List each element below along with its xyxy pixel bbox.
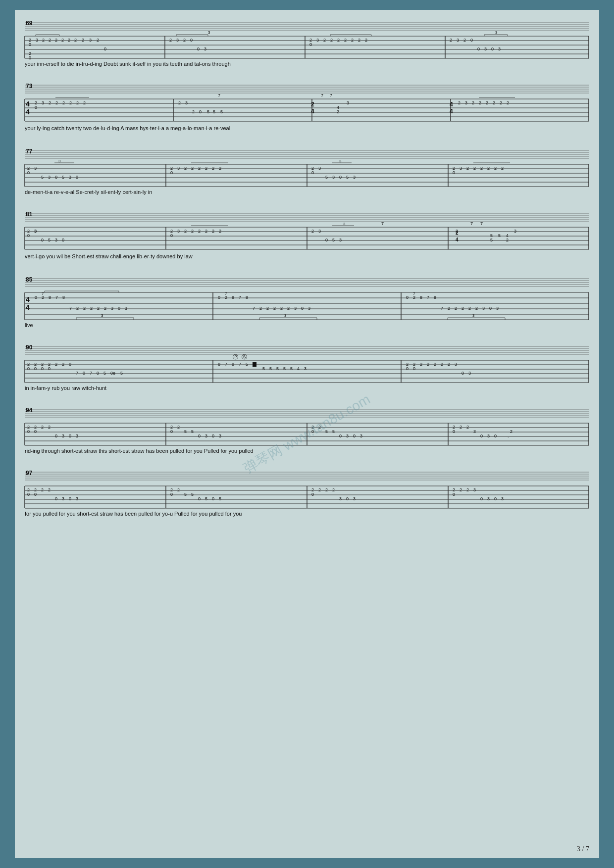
- svg-text:7: 7: [239, 362, 241, 367]
- svg-text:5: 5: [325, 429, 328, 434]
- svg-text:2: 2: [273, 306, 276, 311]
- svg-text:2: 2: [456, 230, 459, 236]
- svg-text:your ly-ing catch        twent: your ly-ing catch twenty two de-lu-d-ing…: [25, 125, 230, 131]
- svg-text:0: 0: [353, 434, 356, 438]
- svg-text:0: 0: [41, 366, 44, 371]
- svg-text:2: 2: [448, 306, 450, 311]
- measure-number-85: 85: [26, 276, 32, 283]
- svg-text:3: 3: [208, 30, 210, 35]
- svg-text:7: 7: [55, 295, 58, 300]
- svg-text:8: 8: [232, 295, 234, 300]
- svg-text:2: 2: [184, 229, 187, 234]
- svg-text:2: 2: [479, 100, 481, 105]
- svg-text:Ⓟ: Ⓟ: [233, 354, 238, 360]
- svg-text:2: 2: [510, 429, 512, 434]
- svg-text:0: 0: [41, 238, 44, 242]
- svg-text:2: 2: [466, 166, 469, 171]
- svg-text:2: 2: [198, 166, 201, 171]
- svg-text:5: 5: [213, 109, 215, 114]
- svg-text:0: 0: [480, 496, 483, 501]
- svg-text:2: 2: [480, 166, 483, 171]
- notation-svg-97: 2 2 0 0 2 2 0 3 0 3 2 0 2 5 5 0 5 0 5 2 …: [25, 470, 589, 517]
- notation-svg-77: 2 3 0 5 3 0 3 5 3 0 2 3 2 2 2 2 2 2 0: [25, 148, 589, 195]
- svg-text:2: 2: [212, 229, 214, 234]
- svg-text:3: 3: [318, 229, 321, 234]
- svg-text:2: 2: [493, 100, 495, 105]
- svg-text:2: 2: [287, 306, 290, 311]
- svg-text:5: 5: [332, 429, 335, 434]
- svg-text:8: 8: [232, 362, 234, 367]
- svg-text:for you   pulled  for   you   : for you pulled for you short-est straw h…: [25, 511, 242, 517]
- svg-text:3: 3: [219, 434, 221, 438]
- notation-svg-81: 2 3 0 0 5 3 0 3 2 3 2 2 2 2 2 2 0 2 3 0 …: [25, 211, 589, 260]
- svg-text:2: 2: [487, 166, 490, 171]
- svg-text:2: 2: [41, 487, 44, 492]
- svg-text:Ⓢ: Ⓢ: [242, 354, 247, 360]
- svg-text:3: 3: [308, 306, 310, 311]
- svg-text:2: 2: [500, 100, 502, 105]
- system-81: 81 2 3 0 0 5 3 0: [25, 211, 589, 260]
- notation-svg-73: 4 4 7 2 4 7 7 4 4 2 3 2 2 2 2 2 2 0: [25, 83, 589, 132]
- svg-text:2: 2: [68, 38, 70, 43]
- svg-text:2: 2: [219, 166, 221, 171]
- svg-text:2: 2: [62, 362, 64, 367]
- svg-text:5: 5: [191, 492, 194, 497]
- system-85: 85 4 4 0 2: [25, 276, 589, 328]
- svg-text:2: 2: [49, 38, 51, 43]
- svg-text:4: 4: [450, 108, 453, 115]
- svg-text:0: 0: [491, 47, 494, 51]
- measure-number-94: 94: [26, 407, 32, 414]
- svg-text:2: 2: [259, 306, 262, 311]
- svg-text:5: 5: [120, 371, 123, 376]
- svg-text:0: 0: [198, 434, 201, 438]
- svg-text:0: 0: [198, 496, 201, 501]
- measure-number-90: 90: [26, 344, 32, 351]
- svg-text:0: 0: [97, 371, 99, 376]
- svg-text:2: 2: [323, 38, 326, 43]
- svg-text:3: 3: [69, 175, 71, 180]
- svg-text:3: 3: [460, 166, 462, 171]
- svg-text:0: 0: [199, 109, 202, 114]
- svg-text:0: 0: [494, 496, 497, 501]
- svg-text:3: 3: [101, 313, 103, 318]
- svg-text:3: 3: [34, 166, 37, 171]
- svg-text:7: 7: [413, 291, 415, 296]
- svg-text:0: 0: [311, 492, 314, 497]
- svg-text:2: 2: [475, 306, 478, 311]
- svg-text:0: 0: [27, 429, 30, 434]
- svg-text:0: 0: [311, 429, 314, 434]
- svg-text:0: 0: [27, 170, 30, 175]
- svg-text:3: 3: [339, 238, 342, 242]
- svg-text:5: 5: [219, 496, 221, 501]
- svg-text:0: 0: [69, 362, 71, 367]
- svg-text:your inn-erself        to die : your inn-erself to die in-tru-d-ing Doub…: [25, 61, 231, 67]
- svg-text:2: 2: [76, 100, 79, 105]
- svg-text:5: 5: [41, 175, 44, 180]
- svg-text:2: 2: [450, 38, 452, 43]
- svg-text:8: 8: [246, 295, 248, 300]
- svg-text:2: 2: [460, 487, 462, 492]
- svg-text:0: 0: [35, 105, 37, 110]
- notation-svg-85: 4 4 0 2 7 8 7 8 7 2 2: [25, 276, 589, 328]
- svg-text:5: 5: [205, 496, 207, 501]
- svg-text:2: 2: [458, 100, 460, 105]
- system-97: 97 2 2 0 0 2 2 0 3: [25, 470, 589, 517]
- svg-text:7: 7: [225, 291, 227, 296]
- svg-text:2: 2: [55, 100, 58, 105]
- svg-text:2: 2: [55, 362, 57, 367]
- svg-text:0: 0: [69, 496, 71, 501]
- svg-text:0: 0: [311, 170, 314, 175]
- svg-text:5: 5: [62, 175, 64, 180]
- svg-text:0: 0: [494, 434, 497, 438]
- svg-text:0: 0: [170, 429, 173, 434]
- svg-text:3: 3: [360, 434, 362, 438]
- svg-text:2: 2: [330, 38, 333, 43]
- svg-text:0: 0: [170, 233, 173, 238]
- svg-text:3: 3: [76, 434, 78, 438]
- svg-text:3: 3: [332, 175, 335, 180]
- svg-text:3: 3: [473, 487, 476, 492]
- svg-text:2: 2: [198, 229, 201, 234]
- svg-text:2: 2: [69, 100, 72, 105]
- svg-text:8: 8: [434, 295, 436, 300]
- svg-text:2: 2: [463, 38, 466, 43]
